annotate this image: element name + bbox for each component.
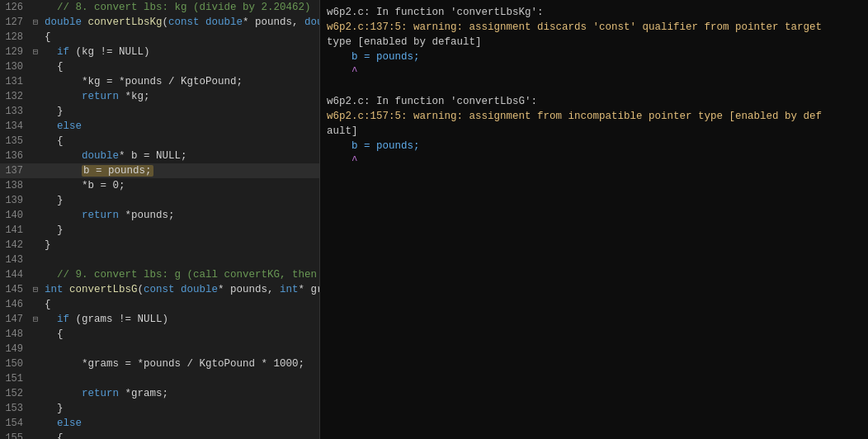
line-number: 135 — [0, 134, 30, 149]
code-token: * grams) — [299, 284, 320, 295]
line-number: 126 — [0, 0, 30, 15]
code-content: int convertLbsG(const double* pounds, in… — [41, 282, 320, 297]
code-content: } — [41, 401, 319, 416]
code-token: { — [45, 135, 64, 147]
code-token: convertLbsG — [69, 284, 138, 295]
code-line: 128{ — [0, 30, 319, 45]
line-number: 131 — [0, 74, 30, 89]
line-number: 138 — [0, 178, 30, 193]
fold-gutter[interactable]: ⊟ — [30, 15, 41, 30]
code-line: 140 return *pounds; — [0, 208, 319, 223]
code-content: { — [41, 59, 319, 74]
code-token: { — [45, 328, 64, 340]
terminal-line: ault] — [327, 124, 861, 139]
line-number: 137 — [0, 163, 30, 178]
code-token: const — [144, 284, 181, 295]
code-token: const — [168, 17, 205, 28]
code-token: { — [45, 61, 64, 73]
code-content: *b = 0; — [41, 178, 319, 193]
terminal-line: w6p2.c: In function 'convertLbsKg': — [327, 5, 861, 20]
line-number: 143 — [0, 253, 30, 267]
code-token — [45, 269, 57, 281]
code-token: double — [45, 150, 119, 162]
line-number: 153 — [0, 401, 30, 416]
terminal-line — [327, 79, 861, 94]
code-token: else — [45, 120, 82, 132]
fold-gutter[interactable]: ⊟ — [30, 282, 41, 297]
terminal-line: ^ — [327, 153, 861, 168]
code-line: 133 } — [0, 104, 319, 119]
terminal-line: b = pounds; — [327, 139, 861, 153]
line-number: 145 — [0, 282, 30, 297]
code-token: else — [45, 418, 82, 429]
terminal-output: w6p2.c: In function 'convertLbsKg':w6p2.… — [320, 0, 868, 439]
terminal-line: type [enabled by default] — [327, 35, 861, 50]
code-content: *kg = *pounds / KgtoPound; — [41, 74, 319, 89]
line-number: 134 — [0, 119, 30, 134]
code-token: *b = 0; — [45, 180, 125, 191]
code-token: // 8. convert lbs: kg (divide by 2.20462… — [57, 2, 311, 13]
code-line: 134 else — [0, 119, 319, 134]
code-line: 153 } — [0, 401, 319, 416]
line-number: 151 — [0, 371, 30, 386]
code-token: } — [45, 224, 64, 236]
code-content: *grams = *pounds / KgtoPound * 1000; — [41, 356, 319, 371]
code-content: // 8. convert lbs: kg (divide by 2.20462… — [41, 0, 319, 15]
code-token: *kg = *pounds / KgtoPound; — [45, 76, 243, 87]
line-number: 139 — [0, 193, 30, 208]
code-line: 155 { — [0, 431, 319, 439]
code-token — [45, 2, 57, 13]
line-number: 147 — [0, 312, 30, 327]
code-content: else — [41, 119, 319, 134]
code-token: double — [181, 284, 218, 295]
code-line: 139 } — [0, 193, 319, 208]
code-token: (grams != NULL) — [76, 314, 169, 325]
code-token: } — [45, 403, 64, 414]
line-number: 132 — [0, 89, 30, 104]
line-number: 154 — [0, 416, 30, 431]
terminal-text-block: w6p2.c: In function 'convertLbsKg':w6p2.… — [327, 5, 861, 168]
code-token: return — [45, 91, 125, 102]
line-number: 152 — [0, 386, 30, 401]
code-content: else — [41, 416, 319, 431]
code-line: 154 else — [0, 416, 319, 431]
code-token: { — [45, 31, 51, 43]
code-content: // 9. convert lbs: g (call convertKG, th… — [41, 267, 320, 282]
code-token: int — [45, 284, 69, 295]
code-token: convertLbsKg — [88, 17, 163, 28]
code-token: * pounds, — [218, 284, 280, 295]
line-number: 128 — [0, 30, 30, 45]
code-token: *grams = *pounds / KgtoPound * 1000; — [45, 358, 304, 370]
terminal-line: w6p2.c:157:5: warning: assignment from i… — [327, 109, 861, 124]
code-content: if (grams != NULL) — [41, 312, 319, 327]
line-number: 129 — [0, 45, 30, 59]
code-line: 126 // 8. convert lbs: kg (divide by 2.2… — [0, 0, 319, 15]
code-content: } — [41, 223, 319, 238]
terminal-line: b = pounds; — [327, 50, 861, 64]
terminal-line: ^ — [327, 64, 861, 79]
code-token: *grams; — [125, 388, 169, 399]
code-editor[interactable]: 126 // 8. convert lbs: kg (divide by 2.2… — [0, 0, 320, 439]
line-number: 136 — [0, 149, 30, 163]
code-line: 136 double* b = NULL; — [0, 149, 319, 163]
code-content: } — [41, 238, 319, 253]
code-token: if — [45, 314, 76, 325]
code-content: { — [41, 297, 319, 312]
line-number: 148 — [0, 327, 30, 342]
code-line: 141 } — [0, 223, 319, 238]
line-number: 142 — [0, 238, 30, 253]
code-content: if (kg != NULL) — [41, 45, 319, 59]
code-line: 148 { — [0, 327, 319, 342]
code-token: *kg; — [125, 91, 150, 102]
code-content: { — [41, 134, 319, 149]
code-token: int — [280, 284, 299, 295]
fold-gutter[interactable]: ⊟ — [30, 312, 41, 327]
code-content: return *grams; — [41, 386, 319, 401]
fold-gutter[interactable]: ⊟ — [30, 45, 41, 59]
code-token: // 9. convert lbs: g (call convertKG, th… — [57, 269, 320, 281]
code-token: (kg != NULL) — [76, 46, 150, 58]
code-content: { — [41, 327, 319, 342]
code-token — [45, 165, 82, 177]
code-line: 132 return *kg; — [0, 89, 319, 104]
line-number: 144 — [0, 267, 30, 282]
